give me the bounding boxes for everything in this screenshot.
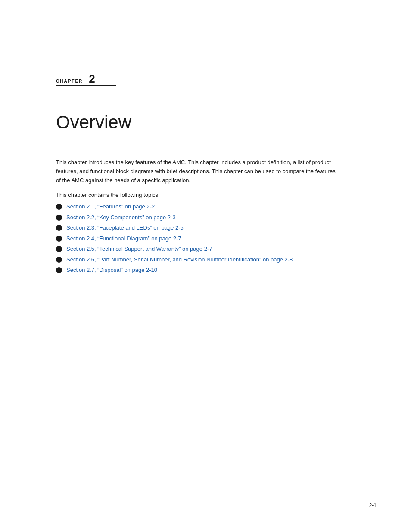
bullet-icon <box>56 236 62 242</box>
page-number: 2-1 <box>369 502 377 508</box>
list-item: Section 2.3, “Faceplate and LEDs” on pag… <box>56 224 377 232</box>
title-divider <box>56 146 377 146</box>
topic-link-4[interactable]: Section 2.4, “Functional Diagram” on pag… <box>66 234 181 243</box>
topics-label: This chapter contains the following topi… <box>56 192 377 198</box>
list-item: Section 2.6, “Part Number, Serial Number… <box>56 255 377 264</box>
bullet-icon <box>56 225 62 231</box>
bullet-icon <box>56 257 62 263</box>
list-item: Section 2.1, “Features” on page 2-2 <box>56 202 377 211</box>
chapter-header: CHAPTER 2 <box>56 73 377 86</box>
page: CHAPTER 2 Overview This chapter introduc… <box>0 0 411 532</box>
list-item: Section 2.7, “Disposal” on page 2-10 <box>56 266 377 274</box>
intro-paragraph-1: This chapter introduces the key features… <box>56 158 340 185</box>
list-item: Section 2.2, “Key Components” on page 2-… <box>56 213 377 222</box>
topic-link-5[interactable]: Section 2.5, “Technical Support and Warr… <box>66 245 212 253</box>
topic-link-7[interactable]: Section 2.7, “Disposal” on page 2-10 <box>66 266 157 274</box>
topic-link-2[interactable]: Section 2.2, “Key Components” on page 2-… <box>66 213 176 222</box>
chapter-word: CHAPTER <box>56 79 83 84</box>
chapter-number: 2 <box>89 73 95 84</box>
list-item: Section 2.5, “Technical Support and Warr… <box>56 245 377 253</box>
topic-link-6[interactable]: Section 2.6, “Part Number, Serial Number… <box>66 255 293 264</box>
bullet-icon <box>56 215 62 221</box>
list-item: Section 2.4, “Functional Diagram” on pag… <box>56 234 377 243</box>
page-title: Overview <box>56 112 377 133</box>
bullet-icon <box>56 267 62 273</box>
topics-list: Section 2.1, “Features” on page 2-2Secti… <box>56 202 377 274</box>
content-area: CHAPTER 2 Overview This chapter introduc… <box>56 0 377 274</box>
bullet-icon <box>56 204 62 210</box>
chapter-underline <box>56 85 116 86</box>
chapter-label-line: CHAPTER 2 <box>56 73 377 84</box>
bullet-icon <box>56 246 62 252</box>
topic-link-1[interactable]: Section 2.1, “Features” on page 2-2 <box>66 202 155 211</box>
topic-link-3[interactable]: Section 2.3, “Faceplate and LEDs” on pag… <box>66 224 184 232</box>
